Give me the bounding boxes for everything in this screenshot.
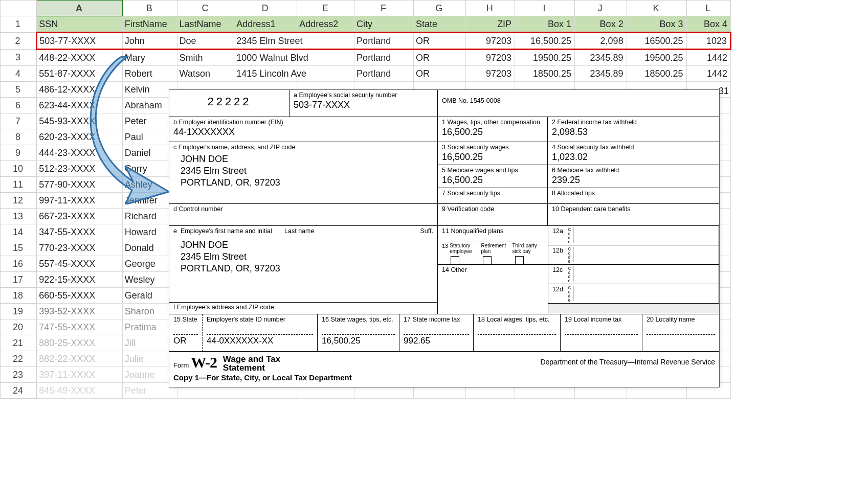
cell[interactable]: 444-23-XXXX bbox=[37, 145, 123, 161]
column-header-B[interactable]: B bbox=[122, 1, 177, 16]
row-header[interactable]: 19 bbox=[1, 304, 37, 319]
cell[interactable]: 18500.25 bbox=[515, 66, 575, 82]
cell[interactable]: Watson bbox=[177, 66, 234, 82]
cell[interactable]: 667-23-XXXX bbox=[37, 209, 123, 224]
header-cell[interactable]: SSN bbox=[37, 16, 123, 33]
row-header[interactable]: 20 bbox=[1, 319, 37, 335]
column-header-I[interactable]: I bbox=[515, 1, 575, 16]
cell[interactable]: 922-15-XXXX bbox=[37, 272, 123, 288]
cell[interactable]: Smith bbox=[177, 50, 234, 66]
row-header[interactable]: 2 bbox=[1, 33, 37, 50]
header-cell[interactable]: FirstName bbox=[122, 16, 177, 33]
cell[interactable]: 620-23-XXXX bbox=[37, 129, 123, 145]
column-header-J[interactable]: J bbox=[575, 1, 627, 16]
cell[interactable]: Doe bbox=[177, 33, 234, 50]
cell[interactable]: 882-22-XXXX bbox=[37, 351, 123, 367]
cell[interactable]: 747-55-XXXX bbox=[37, 319, 123, 335]
cell[interactable]: 623-44-XXXX bbox=[37, 98, 123, 113]
row-header[interactable]: 13 bbox=[1, 209, 37, 224]
column-header-L[interactable]: L bbox=[686, 1, 730, 16]
cell[interactable]: 347-55-XXXX bbox=[37, 224, 123, 240]
row-header[interactable]: 6 bbox=[1, 98, 37, 113]
cell[interactable]: 1000 Walnut Blvd bbox=[234, 50, 297, 66]
cell[interactable]: 2,098 bbox=[575, 33, 627, 50]
cell[interactable]: 997-11-XXXX bbox=[37, 193, 123, 209]
cell[interactable]: 97203 bbox=[465, 66, 515, 82]
header-cell[interactable]: Box 2 bbox=[575, 16, 627, 33]
checkbox-icon[interactable] bbox=[451, 256, 459, 265]
row-header[interactable]: 14 bbox=[1, 224, 37, 240]
row-header[interactable]: 24 bbox=[1, 383, 37, 399]
header-cell[interactable]: Address1 bbox=[234, 16, 297, 33]
column-header-H[interactable]: H bbox=[465, 1, 515, 16]
column-header-K[interactable]: K bbox=[627, 1, 686, 16]
cell[interactable] bbox=[297, 33, 354, 50]
cell[interactable]: 660-55-XXXX bbox=[37, 288, 123, 304]
cell[interactable]: 503-77-XXXX bbox=[37, 33, 123, 50]
header-cell[interactable]: Box 3 bbox=[627, 16, 686, 33]
row-header[interactable]: 9 bbox=[1, 145, 37, 161]
row-header[interactable]: 5 bbox=[1, 82, 37, 98]
cell[interactable]: 97203 bbox=[465, 33, 515, 50]
header-cell[interactable]: Box 1 bbox=[515, 16, 575, 33]
cell[interactable]: 393-52-XXXX bbox=[37, 304, 123, 319]
cell[interactable]: 845-49-XXXX bbox=[37, 383, 123, 399]
header-cell[interactable]: LastName bbox=[177, 16, 234, 33]
cell[interactable]: 486-12-XXXX bbox=[37, 82, 123, 98]
cell[interactable]: 2345.89 bbox=[575, 50, 627, 66]
cell[interactable]: 545-93-XXXX bbox=[37, 113, 123, 129]
cell[interactable]: 18500.25 bbox=[627, 66, 686, 82]
cell[interactable]: 19500.25 bbox=[515, 50, 575, 66]
cell[interactable]: Mary bbox=[122, 50, 177, 66]
column-header-A[interactable]: A bbox=[37, 1, 123, 16]
cell[interactable]: 1023 bbox=[686, 33, 730, 50]
cell[interactable]: 1442 bbox=[686, 66, 730, 82]
cell[interactable]: 880-25-XXXX bbox=[37, 335, 123, 351]
cell[interactable]: Portland bbox=[354, 50, 414, 66]
cell[interactable]: 16,500.25 bbox=[515, 33, 575, 50]
row-header[interactable]: 8 bbox=[1, 129, 37, 145]
cell[interactable]: 16500.25 bbox=[627, 33, 686, 50]
cell[interactable]: 512-23-XXXX bbox=[37, 161, 123, 177]
column-header-C[interactable]: C bbox=[177, 1, 234, 16]
column-header-D[interactable]: D bbox=[234, 1, 297, 16]
cell[interactable]: Portland bbox=[354, 33, 414, 50]
checkbox-icon[interactable] bbox=[515, 256, 524, 265]
column-header-F[interactable]: F bbox=[354, 1, 414, 16]
cell[interactable]: OR bbox=[413, 33, 465, 50]
cell[interactable]: 551-87-XXXX bbox=[37, 66, 123, 82]
cell[interactable]: 770-23-XXXX bbox=[37, 240, 123, 256]
header-cell[interactable]: City bbox=[354, 16, 414, 33]
cell[interactable]: 577-90-XXXX bbox=[37, 177, 123, 193]
row-header[interactable]: 1 bbox=[1, 16, 37, 33]
header-cell[interactable]: Box 4 bbox=[686, 16, 730, 33]
column-header-E[interactable]: E bbox=[297, 1, 354, 16]
row-header[interactable]: 17 bbox=[1, 272, 37, 288]
cell[interactable]: 1415 Lincoln Ave bbox=[234, 66, 297, 82]
header-cell[interactable]: Address2 bbox=[297, 16, 354, 33]
row-header[interactable]: 3 bbox=[1, 50, 37, 66]
column-header-G[interactable]: G bbox=[413, 1, 465, 16]
row-header[interactable]: 21 bbox=[1, 335, 37, 351]
row-header[interactable]: 10 bbox=[1, 161, 37, 177]
row-header[interactable]: 23 bbox=[1, 367, 37, 383]
cell[interactable]: 557-45-XXXX bbox=[37, 256, 123, 272]
cell[interactable]: 97203 bbox=[465, 50, 515, 66]
cell[interactable]: 19500.25 bbox=[627, 50, 686, 66]
cell[interactable]: 1442 bbox=[686, 50, 730, 66]
cell[interactable]: 448-22-XXXX bbox=[37, 50, 123, 66]
row-header[interactable]: 11 bbox=[1, 177, 37, 193]
cell[interactable]: Robert bbox=[122, 66, 177, 82]
cell[interactable]: 397-11-XXXX bbox=[37, 367, 123, 383]
row-header[interactable]: 22 bbox=[1, 351, 37, 367]
checkbox-icon[interactable] bbox=[483, 256, 492, 265]
cell[interactable]: 2345.89 bbox=[575, 66, 627, 82]
cell[interactable]: John bbox=[122, 33, 177, 50]
row-header[interactable]: 18 bbox=[1, 288, 37, 304]
row-header[interactable]: 4 bbox=[1, 66, 37, 82]
header-cell[interactable]: State bbox=[413, 16, 465, 33]
row-header[interactable]: 15 bbox=[1, 240, 37, 256]
cell[interactable]: OR bbox=[413, 66, 465, 82]
row-header[interactable]: 16 bbox=[1, 256, 37, 272]
cell[interactable]: OR bbox=[413, 50, 465, 66]
